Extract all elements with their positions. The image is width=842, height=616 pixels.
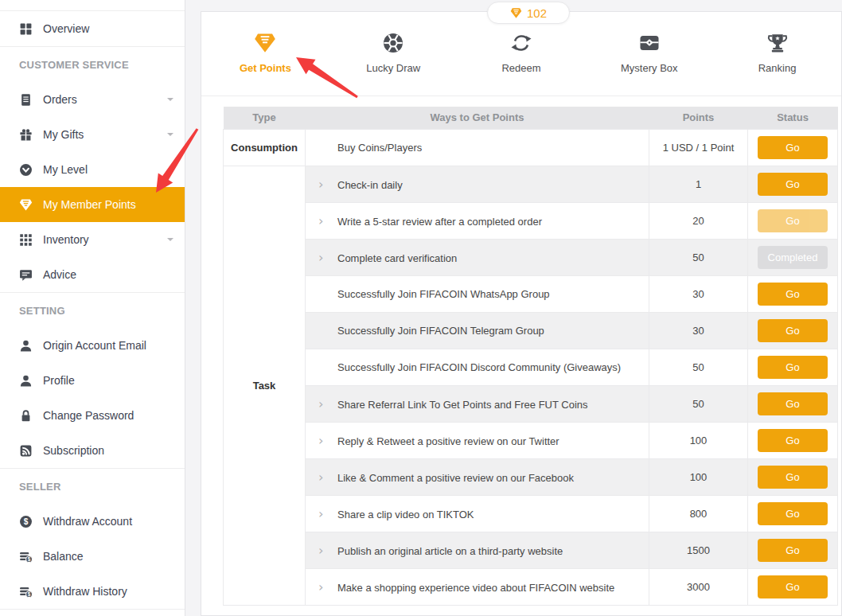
table-row: Successfully Join FIFACOIN WhatsApp Grou… <box>224 275 838 312</box>
tab-mystery-box[interactable]: Mystery Box <box>585 12 713 96</box>
go-button[interactable]: Go <box>758 283 828 306</box>
main-panel: Get PointsLucky DrawRedeemMystery BoxRan… <box>201 11 842 616</box>
sidebar-item-label: Withdraw History <box>43 585 127 598</box>
way-cell: ›Check-in daily <box>306 166 649 202</box>
sidebar-item-withdraw-history[interactable]: $Withdraw History <box>0 574 185 609</box>
sidebar-item-profile[interactable]: Profile <box>0 363 185 398</box>
go-button[interactable]: Go <box>758 209 828 232</box>
tab-redeem[interactable]: Redeem <box>458 12 586 96</box>
go-button[interactable]: Go <box>758 539 828 562</box>
sidebar-item-my-member-points[interactable]: My Member Points <box>0 187 185 222</box>
column-header: Ways to Get Points <box>306 107 649 129</box>
way-cell: ›Make a shopping experience video about … <box>306 568 649 605</box>
tab-label: Get Points <box>240 62 291 74</box>
column-header: Status <box>748 107 838 129</box>
way-cell: Successfully Join FIFACOIN Discord Commu… <box>306 349 649 385</box>
sidebar-item-my-gifts[interactable]: My Gifts <box>0 117 185 152</box>
sidebar-item-label: Advice <box>43 268 76 281</box>
sidebar-item-change-password[interactable]: Change Password <box>0 398 185 433</box>
chevron-down-icon <box>167 98 173 101</box>
redeem-icon <box>510 32 532 54</box>
sidebar-item-label: Origin Account Email <box>43 339 146 352</box>
advice-icon <box>19 268 33 282</box>
sidebar-item-withdraw-account[interactable]: $Withdraw Account <box>0 504 185 539</box>
go-button[interactable]: Go <box>758 502 828 525</box>
go-button[interactable]: Go <box>758 392 828 415</box>
sidebar-item-label: My Level <box>43 163 88 176</box>
sidebar-item-overview[interactable]: Overview <box>0 11 185 46</box>
way-text: Successfully Join FIFACOIN Discord Commu… <box>337 361 621 373</box>
way-text: Publish an original article on a third-p… <box>337 545 563 557</box>
go-button[interactable]: Go <box>758 173 828 196</box>
points-cell: 100 <box>649 458 748 495</box>
coins-icon: $ <box>19 550 33 563</box>
gem-icon <box>19 198 33 212</box>
way-cell: ›Share a clip video on TIKTOK <box>306 495 649 532</box>
way-cell: ›Like & Comment a positive review on our… <box>306 458 649 495</box>
way-cell: Successfully Join FIFACOIN WhatsApp Grou… <box>306 275 649 312</box>
chest-icon <box>638 32 661 54</box>
status-cell: Go <box>748 166 838 202</box>
grid-icon <box>19 22 33 36</box>
sidebar-section-header: SELLER <box>0 469 185 504</box>
expand-chevron-icon[interactable]: › <box>318 433 337 448</box>
tab-label: Redeem <box>501 62 540 74</box>
lock-icon <box>19 409 33 423</box>
expand-chevron-icon[interactable]: › <box>318 396 337 411</box>
sidebar-item-advice[interactable]: Advice <box>0 257 185 292</box>
go-button[interactable]: Go <box>758 136 828 159</box>
type-cell: Consumption <box>224 129 306 166</box>
points-cell: 1 USD / 1 Point <box>649 129 748 166</box>
rss-icon <box>19 444 33 458</box>
tab-lucky-draw[interactable]: Lucky Draw <box>329 12 458 96</box>
go-button[interactable]: Go <box>758 466 828 489</box>
gem-icon <box>510 7 522 19</box>
tab-ranking[interactable]: Ranking <box>713 12 841 96</box>
tab-get-points[interactable]: Get Points <box>201 12 329 96</box>
expand-chevron-icon[interactable]: › <box>318 506 337 521</box>
go-button[interactable]: Go <box>758 575 828 598</box>
expand-chevron-icon[interactable]: › <box>318 579 337 595</box>
status-cell: Go <box>748 349 838 385</box>
expand-chevron-icon[interactable]: › <box>318 470 337 485</box>
sidebar-item-subscription[interactable]: Subscription <box>0 433 185 468</box>
expand-chevron-icon[interactable]: › <box>318 543 337 558</box>
points-cell: 3000 <box>649 568 748 605</box>
sidebar-top-divider <box>0 0 185 11</box>
way-text: Successfully Join FIFACOIN Telegram Grou… <box>337 325 544 337</box>
coins-icon: $ <box>19 585 33 598</box>
go-button[interactable]: Go <box>758 356 828 379</box>
tabs-bar: Get PointsLucky DrawRedeemMystery BoxRan… <box>201 12 841 96</box>
expand-chevron-icon[interactable]: › <box>318 250 337 265</box>
user-icon <box>19 374 33 388</box>
sidebar-item-label: Change Password <box>43 409 134 422</box>
column-header: Type <box>224 107 306 129</box>
sidebar-item-my-level[interactable]: My Level <box>0 152 185 187</box>
status-cell: Go <box>748 532 838 568</box>
sidebar-item-inventory[interactable]: Inventory <box>0 222 185 257</box>
points-cell: 30 <box>649 312 748 349</box>
points-cell: 20 <box>649 202 748 239</box>
sidebar-item-orders[interactable]: Orders <box>0 82 185 117</box>
way-text: Share Referral Link To Get Points and Fr… <box>337 399 588 411</box>
sidebar-section-header: SETTING <box>0 293 185 328</box>
expand-chevron-icon[interactable]: › <box>318 177 337 192</box>
way-text: Buy Coins/Players <box>337 142 422 154</box>
sidebar-section-header: CUSTOMER SERVICE <box>0 47 185 82</box>
table-row: ›Write a 5-star review after a completed… <box>224 202 838 239</box>
sidebar: OverviewCUSTOMER SERVICEOrdersMy GiftsMy… <box>0 0 185 616</box>
expand-chevron-icon[interactable]: › <box>318 213 337 228</box>
sidebar-section: CUSTOMER SERVICEOrdersMy GiftsMy LevelMy… <box>0 47 185 293</box>
points-table: TypeWays to Get PointsPointsStatus Consu… <box>223 107 838 606</box>
status-cell: Go <box>748 568 838 605</box>
sidebar-item-label: Balance <box>43 550 84 563</box>
dollar-circle-icon: $ <box>19 515 33 528</box>
sidebar-item-balance[interactable]: $Balance <box>0 539 185 574</box>
go-button[interactable]: Go <box>758 319 828 342</box>
go-button[interactable]: Go <box>758 429 828 452</box>
gift-icon <box>19 128 33 142</box>
points-cell: 30 <box>649 275 748 312</box>
sidebar-item-origin-account-email[interactable]: Origin Account Email <box>0 328 185 363</box>
points-cell: 100 <box>649 422 748 458</box>
points-balance-badge: 102 <box>487 2 570 24</box>
